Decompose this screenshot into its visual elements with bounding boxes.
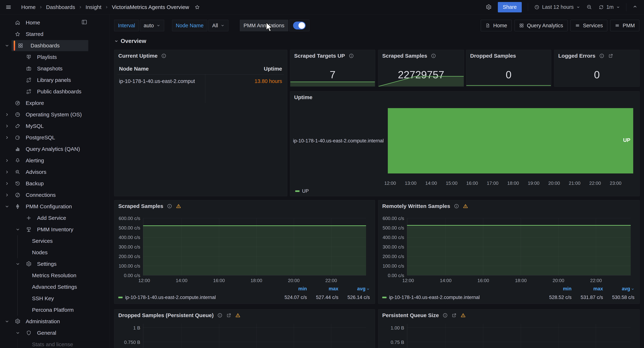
info-icon[interactable] [348,53,354,58]
table-cell-node-name[interactable]: ip-10-178-1-40.us-east-2.comput [119,78,195,84]
sidebar-item-public-dashboards[interactable]: Public dashboards [0,86,110,97]
column-header-uptime[interactable]: Uptime [264,66,282,72]
panel-title[interactable]: Uptime [294,94,312,100]
external-link-icon[interactable] [608,53,614,58]
legend-row[interactable]: UP [295,188,634,194]
panel-title[interactable]: Dropped Samples [470,53,516,59]
uptime-state-bar[interactable]: UP [388,108,633,174]
sidebar-item-advanced-settings[interactable]: Advanced Settings [0,281,110,293]
sidebar-item-library-panels[interactable]: Library panels [0,74,110,86]
pmm-link-button[interactable]: PMM [610,20,639,31]
sidebar-item-dashboards[interactable]: Dashboards [0,40,110,51]
legend-sort-min[interactable]: min [540,286,572,292]
pmm-annotations-toggle[interactable] [289,20,310,31]
sidebar-item-home[interactable]: Home [0,17,110,28]
chevron-right-icon[interactable] [5,181,9,186]
info-icon[interactable] [454,203,459,209]
hamburger-menu-icon[interactable] [6,4,12,10]
time-range-picker[interactable]: Last 12 hours [534,4,580,10]
sidebar-item-starred[interactable]: Starred [0,28,110,40]
chevron-right-icon[interactable] [5,124,9,128]
sidebar-item-ssh-key[interactable]: SSH Key [0,293,110,304]
toggle-pill[interactable] [293,21,306,29]
sidebar-item-nodes[interactable]: Nodes [0,247,110,258]
legend-series-name[interactable]: ip-10-178-1-40.us-east-2.compute.interna… [125,295,216,300]
sidebar-item-alerting[interactable]: Alerting [0,155,110,166]
chevron-right-icon[interactable] [5,193,9,197]
sidebar-item-snapshots[interactable]: Snapshots [0,63,110,74]
breadcrumb-dashboards[interactable]: Dashboards [46,4,75,10]
sidebar-item-general[interactable]: General [0,327,110,339]
warning-icon[interactable] [235,313,240,318]
sidebar-item-metrics-resolution[interactable]: Metrics Resolution [0,270,110,281]
panel-title[interactable]: Persistent Queue Size [382,312,466,318]
sidebar-item-playlists[interactable]: Playlists [0,51,110,63]
refresh-picker[interactable]: 1m [598,4,620,10]
sidebar-item-advisors[interactable]: Advisors [0,166,110,178]
panel-title[interactable]: Logged Errors [558,53,614,59]
postgresql-elephant-chevron-icon[interactable] [5,135,9,140]
panel-title[interactable]: Remotely Written Samples [382,203,468,209]
dashboard-settings-gear-icon[interactable] [486,4,492,10]
sidebar-item-mysql[interactable]: MySQL [0,120,110,132]
kiosk-caret-up-icon[interactable] [632,4,638,10]
legend-sort-max[interactable]: max [572,286,603,292]
external-link-icon[interactable] [452,313,457,318]
external-link-icon[interactable] [226,313,232,318]
sidebar-item-connections[interactable]: Connections [0,189,110,201]
panel-title[interactable]: Scraped Targets UP [294,53,354,59]
star-favorite-icon[interactable] [194,4,200,10]
info-icon[interactable] [167,203,172,209]
sidebar-item-pmm-configuration[interactable]: PMM Configuration [0,201,110,212]
sidebar-item-backup[interactable]: Backup [0,178,110,189]
info-icon[interactable] [431,53,436,58]
legend-sort-avg[interactable]: avg [603,286,634,292]
chevron-right-icon[interactable] [5,158,9,163]
breadcrumb-insight[interactable]: Insight [86,4,102,10]
node-name-variable-select[interactable]: All [208,20,228,31]
warning-icon[interactable] [460,313,466,318]
warning-icon[interactable] [463,203,468,209]
legend-sort-avg[interactable]: avg [338,286,370,292]
sidebar-item-explore[interactable]: Explore [0,97,110,109]
chevron-down-icon[interactable] [16,227,20,232]
chevron-down-icon[interactable] [16,262,20,266]
sidebar-item-administration[interactable]: Administration [0,316,110,327]
sidebar-item-postgresql[interactable]: PostgreSQL [0,132,110,143]
sidebar-item-pmm-inventory[interactable]: PMM Inventory [0,224,110,235]
sidebar-item-operating-system[interactable]: Operating System (OS) [0,109,110,120]
panel-title[interactable]: Scraped Samples [118,203,181,209]
share-button[interactable]: Share [498,2,522,12]
info-icon[interactable] [161,53,166,58]
legend-series-name[interactable]: ip-10-178-1-40.us-east-2.compute.interna… [389,295,480,300]
home-link-button[interactable]: Home [481,20,512,31]
chevron-down-icon[interactable] [5,204,9,209]
sidebar-item-query-analytics[interactable]: Query Analytics (QAN) [0,143,110,155]
info-icon[interactable] [217,313,222,318]
chevron-right-icon[interactable] [5,170,9,174]
query-analytics-link-button[interactable]: Query Analytics [514,20,568,31]
panel-title[interactable]: Scraped Samples [382,53,436,59]
breadcrumb-home[interactable]: Home [21,4,36,10]
chevron-right-icon[interactable] [5,112,9,117]
sidebar-item-stats-and-license[interactable]: Stats and license [0,339,110,348]
interval-variable-select[interactable]: auto [140,20,164,31]
info-icon[interactable] [442,313,448,318]
chevron-down-icon[interactable] [5,319,9,324]
zoom-out-time-icon[interactable] [586,4,592,10]
sidebar-item-settings[interactable]: Settings [0,258,110,270]
panel-title[interactable]: Current Uptime [118,53,166,59]
sidebar-item-percona-platform[interactable]: Percona Platform [0,304,110,316]
panel-title[interactable]: Dropped Samples (Persistent Queue) [118,312,240,318]
info-icon[interactable] [599,53,604,58]
legend-sort-max[interactable]: max [307,286,338,292]
sidebar-item-services[interactable]: Services [0,235,110,247]
warning-icon[interactable] [176,203,181,209]
overview-section-header[interactable]: Overview [114,38,146,44]
legend-sort-min[interactable]: min [276,286,307,292]
chevron-down-icon[interactable] [5,43,9,48]
column-header-node-name[interactable]: Node Name [119,66,149,72]
chevron-down-icon[interactable] [16,331,20,335]
services-link-button[interactable]: Services [570,20,607,31]
sidebar-item-add-service[interactable]: Add Service [0,212,110,224]
